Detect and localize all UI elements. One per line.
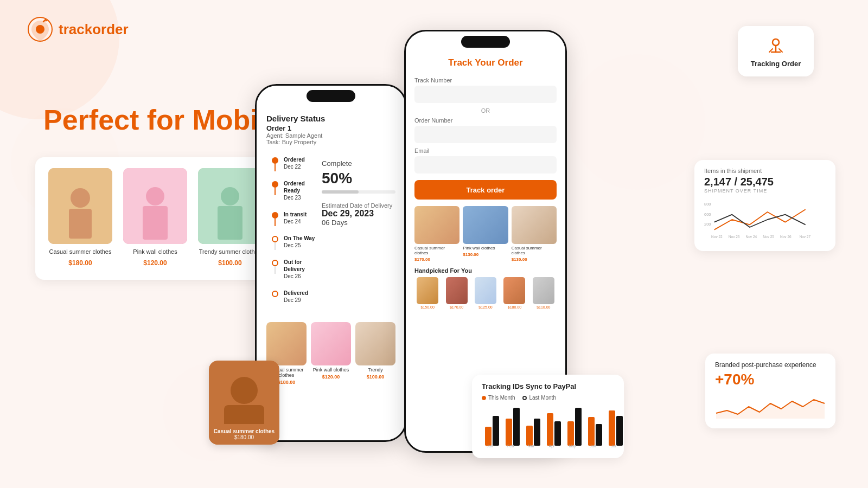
track-button[interactable]: Track order [414, 180, 557, 200]
handpicked-1: $150.00 [414, 277, 441, 309]
product-name-2: Pink wall clothes [133, 248, 177, 255]
svg-rect-10 [218, 206, 242, 240]
svg-text:Nov 24: Nov 24 [746, 235, 757, 239]
shipment-chart: 800 600 200 Nov 22 Nov 23 Nov 24 Nov 25 … [704, 198, 826, 241]
timeline-item-1: OrderedDec 22 [272, 156, 315, 180]
product-name-3: Trendy summer clothes [199, 248, 261, 255]
product-card-2[interactable]: Pink wall clothes $120.00 [123, 168, 187, 267]
product-card-1[interactable]: Casual summer clothes $180.00 [48, 168, 112, 267]
bar-chart-svg: Jan Feb Mar Apr May Jan Ju [482, 405, 623, 448]
svg-rect-39 [567, 421, 574, 446]
svg-rect-33 [526, 426, 533, 446]
svg-text:Nov 23: Nov 23 [729, 235, 740, 239]
svg-rect-4 [69, 209, 92, 239]
svg-rect-30 [506, 419, 512, 446]
tracking-sync-title: Tracking IDs Sync to PayPal [482, 382, 614, 390]
estimated-days: 06 Days [322, 219, 395, 227]
header: trackorder [27, 16, 129, 42]
svg-text:Jul: Jul [611, 444, 616, 448]
svg-text:Feb: Feb [507, 444, 514, 448]
timeline-item-2: Ordered ReadyDec 23 [272, 180, 315, 211]
product-image-2 [123, 168, 187, 244]
svg-text:Jan: Jan [590, 444, 596, 448]
branded-label: Branded post-purchase experience [715, 361, 826, 369]
phone-product-grid: Casual summer clothes $180.00 Pink wall … [266, 322, 395, 385]
timeline-item-3: In transitDec 24 [272, 211, 315, 235]
delivery-agent: Agent: Sample Agent [266, 132, 395, 139]
tracking-sync-card: Tracking IDs Sync to PayPal This Month L… [472, 375, 624, 458]
svg-rect-7 [143, 206, 168, 240]
single-card-overlay: Casual summer clothes $180.00 [209, 424, 279, 445]
handpicked-2: $170.00 [443, 277, 469, 309]
svg-rect-34 [534, 419, 540, 446]
svg-text:Apr: Apr [549, 444, 556, 448]
branded-card: Branded post-purchase experience +70% [705, 354, 835, 428]
svg-text:Nov 27: Nov 27 [799, 235, 810, 239]
hero-title: Perfect for Mobile [43, 103, 282, 137]
handpicked-title: Handpicked For You [414, 267, 557, 274]
tracking-order-card: Tracking Order [738, 26, 814, 76]
svg-rect-37 [554, 421, 561, 446]
logo-text: trackorder [59, 21, 129, 38]
single-product-card[interactable]: Casual summer clothes $180.00 [209, 361, 279, 445]
delivery-order: Order 1 [266, 124, 395, 132]
complete-percent: 50% [322, 170, 395, 187]
logo-icon [27, 16, 53, 42]
handpicked-5: $110.00 [531, 277, 557, 309]
product-name-1: Casual summer clothes [49, 248, 112, 255]
phone-product-3: Trendy $100.00 [355, 322, 395, 385]
track-products: Casual summer clothes $170.00 Pink wall … [414, 206, 557, 262]
order-number-input[interactable] [414, 126, 557, 143]
svg-rect-43 [596, 424, 602, 446]
handpicked-4: $180.00 [501, 277, 527, 309]
branded-chart [715, 391, 826, 419]
order-number-label: Order Number [414, 117, 557, 124]
tracking-order-title: Tracking Order [751, 60, 801, 68]
legend-this-month: This Month [482, 395, 515, 401]
timeline-dot-2 [272, 181, 278, 188]
svg-rect-28 [493, 416, 499, 446]
complete-label: Complete [322, 159, 395, 168]
timeline-item-5: Out for DeliveryDec 26 [272, 259, 315, 290]
phone-notch-track [461, 36, 510, 48]
product-price-2: $120.00 [143, 259, 167, 267]
svg-point-3 [71, 188, 90, 208]
svg-rect-42 [588, 417, 595, 446]
svg-rect-27 [485, 427, 492, 446]
svg-rect-40 [575, 408, 582, 446]
track-product-3: Casual summer clothes $130.00 [512, 206, 557, 262]
svg-point-17 [773, 39, 779, 46]
track-number-input[interactable] [414, 86, 557, 103]
svg-text:Jan: Jan [487, 444, 493, 448]
delivery-task: Task: Buy Property [266, 139, 395, 145]
legend-last-month: Last Month [522, 395, 556, 401]
phone-product-2: Pink wall clothes $120.00 [311, 322, 351, 385]
timeline-item-6: DeliveredDec 29 [272, 290, 315, 313]
bar-chart: Jan Feb Mar Apr May Jan Ju [482, 405, 614, 451]
svg-text:Nov 26: Nov 26 [780, 235, 792, 239]
product-image-1 [48, 168, 112, 244]
phone-notch-delivery [307, 90, 355, 102]
handpicked-row: $150.00 $170.00 $125.00 $180.00 $110.00 [414, 277, 557, 309]
svg-point-6 [146, 187, 164, 206]
single-card-name: Casual summer clothes [213, 428, 275, 434]
svg-rect-46 [616, 416, 623, 446]
estimated-date: Dec 29, 2023 [322, 209, 395, 219]
shipment-label: Items in this shipment [704, 168, 826, 174]
timeline-item-4: On The WayDec 25 [272, 235, 315, 259]
product-image-3 [198, 168, 262, 244]
track-or: OR [414, 107, 557, 114]
svg-point-9 [221, 187, 239, 206]
progress-bar [322, 190, 395, 194]
estimated-section: Estimated Date of Delivery Dec 29, 2023 … [322, 202, 395, 227]
email-input[interactable] [414, 156, 557, 174]
shipment-over-time: SHIPMENT OVER TIME [704, 188, 826, 194]
product-card-3[interactable]: Trendy summer clothes $100.00 [198, 168, 262, 267]
timeline-dot-3 [272, 212, 278, 219]
svg-rect-31 [513, 408, 520, 446]
single-card-price: $180.00 [213, 434, 275, 440]
timeline-dot-6 [272, 291, 278, 297]
delivery-status-title: Delivery Status [266, 114, 395, 123]
track-product-2: Pink wall clothes $130.00 [463, 206, 508, 262]
svg-point-15 [231, 377, 258, 404]
